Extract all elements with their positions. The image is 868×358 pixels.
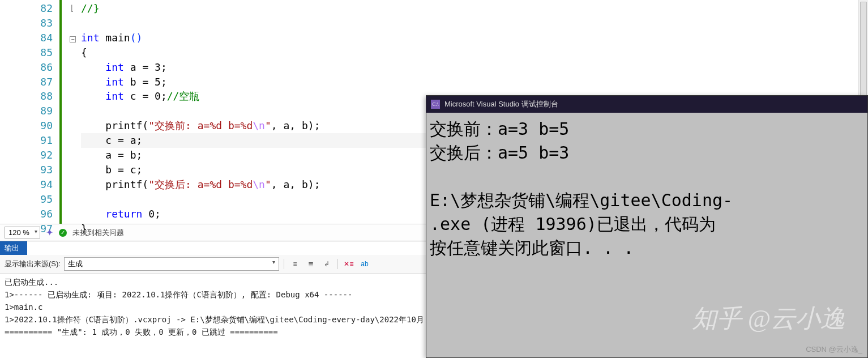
indent-right-icon[interactable]: ≣ xyxy=(305,258,317,270)
fold-column[interactable]: ⌊− xyxy=(70,0,79,224)
problems-status: 未找到相关问题 xyxy=(72,228,124,238)
clear-icon[interactable]: ✕≡ xyxy=(343,258,355,270)
check-icon: ✓ xyxy=(59,229,67,237)
output-source-select[interactable]: 生成 xyxy=(64,257,279,271)
console-output[interactable]: 交换前：a=3 b=5 交换后：a=5 b=3 E:\梦想杂货铺\编程\gite… xyxy=(426,113,867,265)
change-margin xyxy=(59,0,70,224)
output-source-label: 显示输出来源(S): xyxy=(5,259,61,269)
console-titlebar[interactable]: C:\ Microsoft Visual Studio 调试控制台 xyxy=(426,96,867,113)
lightbulb-icon[interactable]: ✦ xyxy=(46,227,53,238)
console-title-text: Microsoft Visual Studio 调试控制台 xyxy=(444,99,558,109)
toggle-icon[interactable]: ab xyxy=(358,258,371,270)
indent-left-icon[interactable]: ≡ xyxy=(289,258,301,270)
zoom-dropdown[interactable]: 120 % xyxy=(5,227,40,238)
output-tab[interactable]: 输出 xyxy=(0,241,27,255)
console-app-icon: C:\ xyxy=(431,100,440,109)
line-number-gutter: 82838485868788899091929394959697 xyxy=(0,0,59,224)
wrap-icon[interactable]: ↲ xyxy=(320,258,333,270)
debug-console-window[interactable]: C:\ Microsoft Visual Studio 调试控制台 交换前：a=… xyxy=(426,95,868,358)
